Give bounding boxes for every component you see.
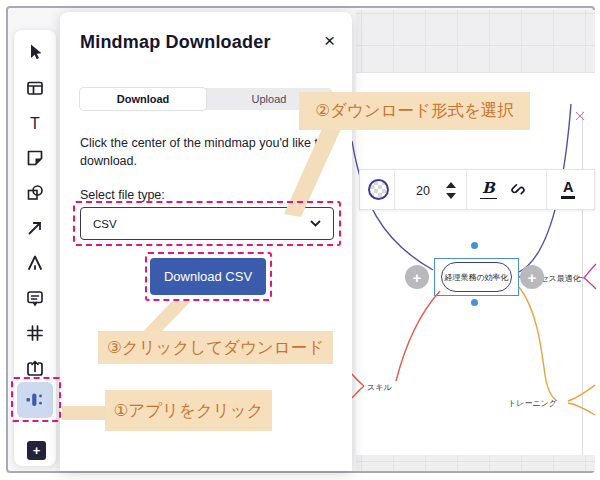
select-tool[interactable] <box>18 37 52 67</box>
text-color-button[interactable]: A <box>561 179 575 199</box>
left-toolbar: T <box>14 30 56 466</box>
add-node-left-button[interactable]: + <box>405 265 429 289</box>
toolbar-divider <box>546 170 547 209</box>
shapes-tool[interactable] <box>18 178 52 208</box>
shapes-icon <box>24 182 46 204</box>
frame-tool[interactable] <box>18 318 52 348</box>
tab-bar: Download Upload <box>80 88 332 110</box>
comment-tool[interactable] <box>18 283 52 313</box>
add-tool[interactable]: + <box>27 441 46 460</box>
sticky-note-tool[interactable] <box>18 143 52 173</box>
templates-icon <box>24 77 46 99</box>
branch-label-skill[interactable]: スキル <box>367 382 392 393</box>
arrow-icon <box>24 217 46 239</box>
annotation-step1: ①アプリをクリック <box>105 390 272 431</box>
chevron-down-icon <box>310 220 321 227</box>
frame-icon <box>24 322 46 344</box>
text-icon: T <box>24 112 46 134</box>
apps-icon <box>24 389 46 411</box>
file-type-select[interactable]: CSV <box>80 207 334 240</box>
comment-icon <box>24 287 46 309</box>
font-size-stepper[interactable] <box>446 182 456 199</box>
toolbar-divider <box>394 170 395 209</box>
add-node-right-button[interactable]: + <box>520 265 544 289</box>
upload-tool[interactable] <box>18 354 52 384</box>
sticky-note-icon <box>24 147 46 169</box>
format-toolbar: 20 B A <box>359 169 595 210</box>
instruction-text: Click the center of the mindmap you'd li… <box>80 134 338 170</box>
pen-icon <box>24 252 46 274</box>
text-tool[interactable]: T <box>18 108 52 138</box>
branch-label-training[interactable]: トレーニング <box>508 398 557 409</box>
templates-tool[interactable] <box>18 73 52 103</box>
annotation-step3: ③クリックしてダウンロード <box>98 331 333 364</box>
node-handle-bottom[interactable] <box>471 299 478 306</box>
file-type-label: Select file type: <box>80 188 165 202</box>
toolbar-divider <box>466 170 467 209</box>
transparent-fill-icon[interactable] <box>368 179 389 200</box>
mindmap-center-node[interactable]: 経理業務の効率化 <box>441 262 512 292</box>
screenshot: プロセス最適化 スキル トレーニング 経理業務の効率化 + + 20 B A <box>0 0 600 480</box>
svg-text:T: T <box>30 115 40 132</box>
upload-icon <box>24 358 46 380</box>
pen-tool[interactable] <box>18 248 52 278</box>
link-icon[interactable] <box>509 181 527 203</box>
apps-tool[interactable] <box>17 382 53 418</box>
annotation-step2: ②ダウンロード形式を選択 <box>299 92 530 130</box>
download-csv-button[interactable]: Download CSV <box>150 258 266 295</box>
font-size-value[interactable]: 20 <box>408 170 438 211</box>
tab-download[interactable]: Download <box>80 88 206 110</box>
stepper-up-icon[interactable] <box>446 182 456 188</box>
cursor-icon <box>24 41 46 63</box>
close-icon[interactable]: × <box>324 30 335 53</box>
page-title: Mindmap Downloader <box>80 32 271 53</box>
node-handle-top[interactable] <box>471 242 478 249</box>
stepper-down-icon[interactable] <box>446 193 456 199</box>
file-type-value: CSV <box>93 218 310 230</box>
arrow-tool[interactable] <box>18 213 52 243</box>
bold-button[interactable]: B <box>480 179 497 199</box>
